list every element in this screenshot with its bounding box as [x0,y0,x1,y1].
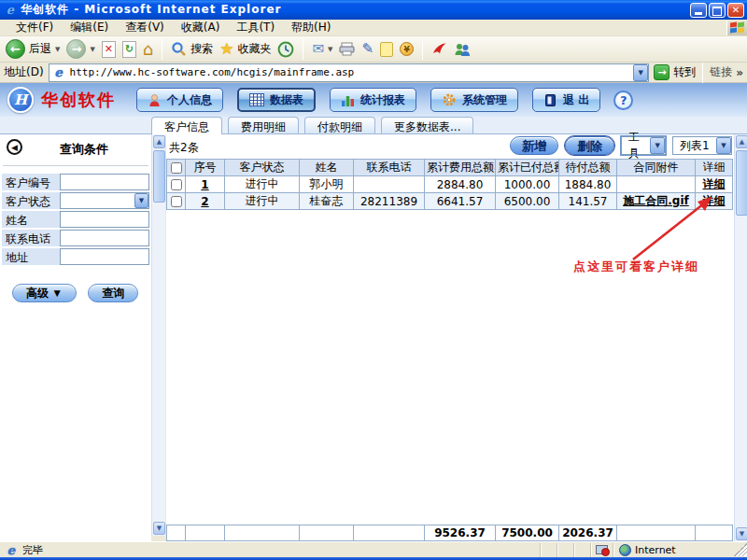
browser-window: e 华创软件 - Microsoft Internet Explorer ✕ 文… [0,0,747,560]
tab-customer-info[interactable]: 客户信息 [151,117,222,134]
stop-button[interactable]: ✕ [102,41,116,58]
status-text: 完毕 [22,543,43,557]
list-view-dropdown[interactable]: 列表1 ▼ [672,136,732,155]
tab-fee-detail[interactable]: 费用明细 [228,117,299,133]
scroll-up-icon[interactable]: ▲ [736,135,747,148]
messenger-button[interactable] [454,42,471,57]
collapse-sidebar-button[interactable]: ◀ [7,139,22,155]
mail-button[interactable]: ✉ ▼ [312,42,332,56]
tools-arrow-icon[interactable]: ▼ [650,137,665,154]
select-all-checkbox[interactable] [171,162,182,174]
address-url[interactable]: http://www.hc-software.com/hcgis/mainfra… [70,66,630,78]
attachment-link[interactable]: 施工合同.gif [623,194,688,207]
seq-link[interactable]: 2 [201,195,208,208]
list-arrow-icon[interactable]: ▼ [716,137,731,154]
help-button[interactable]: ? [613,91,633,110]
tools-dropdown[interactable]: 工具 ▼ [621,136,666,155]
restore-button[interactable] [709,3,726,18]
stop-icon: ✕ [102,41,116,58]
record-count: 共2条 [169,140,199,156]
address-dropdown-icon[interactable]: ▼ [633,64,648,81]
toolbar-separator [303,39,303,60]
menu-favorites[interactable]: 收藏(A) [173,19,229,36]
seq-link[interactable]: 1 [201,178,208,191]
address-input-field[interactable] [60,248,149,265]
browser-toolbar: ← 后退 ▼ → ▼ ✕ ↻ ⌂ 搜索 ★ 收藏夹 ✉ ▼ ✎ [0,36,747,63]
close-button[interactable]: ✕ [727,3,744,18]
col-attachment: 合同附件 [617,160,696,176]
edit-button[interactable]: ✎ [361,42,374,56]
window-title: 华创软件 - Microsoft Internet Explorer [21,2,688,18]
links-button[interactable]: 链接 » [710,64,743,80]
advanced-button[interactable]: 高级 ▼ [12,284,77,302]
notes-button[interactable] [380,42,393,57]
print-button[interactable] [339,42,355,56]
table-header-row: 序号 客户状态 姓名 联系电话 累计费用总额 累计已付总额 待付总额 合同附件 … [167,160,733,176]
go-button[interactable]: → 转到 [654,64,696,80]
minimize-button[interactable] [690,3,707,18]
home-button[interactable]: ⌂ [143,41,153,58]
select-arrow-icon[interactable]: ▼ [134,193,148,208]
back-label: 后退 [29,41,51,57]
menu-help[interactable]: 帮助(H) [283,19,339,36]
phone-input[interactable] [60,230,149,246]
menu-view[interactable]: 查看(V) [117,19,173,36]
refresh-button[interactable]: ↻ [122,41,136,58]
favorites-button[interactable]: ★ 收藏夹 [219,41,271,57]
forward-icon: → [66,39,86,59]
person-icon [148,93,162,107]
nav-system-admin[interactable]: 系统管理 [430,88,518,112]
total-due: 2026.37 [559,525,617,541]
ie-logo-icon: e [3,3,18,17]
field-customer-status: 客户状态 ▼ [2,192,149,209]
customer-id-input[interactable] [60,174,149,190]
detail-link[interactable]: 详细 [703,194,726,207]
customer-table: 序号 客户状态 姓名 联系电话 累计费用总额 累计已付总额 待付总额 合同附件 … [166,159,733,210]
detail-link[interactable]: 详细 [703,177,726,190]
money-search-button[interactable]: ¥ [400,42,414,56]
name-input[interactable] [60,211,149,228]
menu-edit[interactable]: 编辑(E) [62,19,117,36]
row-checkbox[interactable] [171,196,182,207]
delete-button[interactable]: 删除 [565,136,614,155]
page-icon: e [51,65,66,79]
query-button[interactable]: 查询 [88,284,138,302]
nav-personal-info[interactable]: 个人信息 [136,88,223,112]
coin-search-icon: ¥ [400,42,414,56]
back-button[interactable]: ← 后退 ▼ [6,39,60,59]
scroll-down-icon[interactable]: ▼ [736,527,747,540]
main-scrollbar[interactable]: ▲ ▼ [734,134,747,541]
paid-cell: 1000.00 [496,176,559,193]
menu-tools[interactable]: 工具(T) [228,19,283,36]
mail-dropdown-icon[interactable]: ▼ [328,46,332,53]
scroll-down-icon[interactable]: ▼ [153,522,165,535]
tab-more-tables[interactable]: 更多数据表... [381,117,473,133]
customer-status-select[interactable]: ▼ [60,192,149,209]
brand-logo-icon: H [7,87,34,113]
menu-file[interactable]: 文件(F) [7,19,62,36]
resize-grip[interactable] [734,543,747,556]
nav-data-tables[interactable]: 数据表 [237,88,316,112]
col-paid-total: 累计已付总额 [496,160,559,176]
app-header: H 华创软件 个人信息 数据表 统计报表 系统管理 退 出 [0,83,747,117]
forward-button[interactable]: → ▼ [66,39,94,59]
scroll-thumb[interactable] [153,150,165,203]
search-button[interactable]: 搜索 [171,41,213,57]
add-button[interactable]: 新增 [510,136,559,155]
nav-statistics[interactable]: 统计报表 [330,88,416,112]
nav-exit[interactable]: 退 出 [532,88,600,112]
thunder-button[interactable] [431,41,447,57]
status-security-panel [590,543,613,557]
address-input[interactable]: e http://www.hc-software.com/hcgis/mainf… [49,63,650,82]
back-dropdown-icon[interactable]: ▼ [55,46,60,53]
menu-bar: 文件(F) 编辑(E) 查看(V) 收藏(A) 工具(T) 帮助(H) [0,20,747,36]
history-button[interactable] [277,41,294,58]
tab-payment-detail[interactable]: 付款明细 [304,117,375,133]
row-checkbox[interactable] [171,179,182,190]
scroll-thumb[interactable] [736,150,747,216]
sidebar-scrollbar[interactable]: ▲ ▼ [151,134,165,536]
paid-cell: 6500.00 [496,193,559,210]
list-view-label: 列表1 [680,138,710,154]
scroll-up-icon[interactable]: ▲ [153,135,165,148]
fee-cell: 2884.80 [425,176,496,193]
